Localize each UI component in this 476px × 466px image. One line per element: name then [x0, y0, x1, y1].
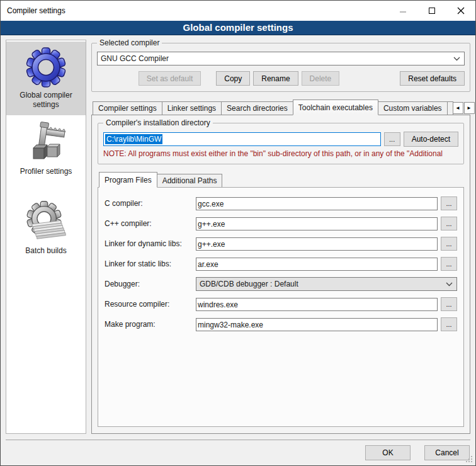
installation-directory-browse-button[interactable]: ... — [384, 132, 400, 146]
sidebar-item-profiler-settings[interactable]: Profiler settings — [6, 115, 86, 182]
dynamic-linker-label: Linker for dynamic libs: — [105, 239, 196, 248]
caliper-icon — [26, 120, 66, 164]
delete-button[interactable]: Delete — [302, 71, 340, 86]
installation-directory-value: C:\raylib\MinGW — [105, 134, 162, 144]
footer-button-row: OK Cancel — [1, 440, 475, 465]
programs-tab-strip: Program Files Additional Paths — [98, 172, 464, 187]
close-button[interactable] — [446, 1, 475, 21]
c-compiler-browse-button[interactable]: ... — [441, 196, 457, 210]
arrow-right-icon: ► — [467, 105, 472, 111]
resource-compiler-label: Resource compiler: — [105, 300, 196, 309]
c-compiler-input[interactable]: gcc.exe — [196, 197, 438, 210]
tab-search-directories[interactable]: Search directories — [221, 101, 293, 115]
bin-subdirectory-note: NOTE: All programs must exist either in … — [103, 149, 458, 158]
debugger-value: GDB/CDB debugger : Default — [200, 280, 298, 288]
selected-compiler-group-label: Selected compiler — [97, 38, 162, 47]
resource-compiler-value: windres.exe — [198, 300, 238, 309]
copy-button[interactable]: Copy — [216, 71, 250, 86]
page-title: Global compiler settings — [1, 21, 475, 35]
static-linker-label: Linker for static libs: — [105, 259, 196, 268]
installation-directory-group-label: Compiler's installation directory — [103, 118, 213, 127]
sidebar-item-label: Profiler settings — [8, 167, 84, 176]
ok-button[interactable]: OK — [365, 445, 411, 460]
static-linker-value: ar.exe — [198, 260, 218, 269]
field-row-resource-compiler: Resource compiler: windres.exe ... — [105, 297, 457, 311]
debugger-select[interactable]: GDB/CDB debugger : Default — [196, 277, 457, 291]
compiler-select[interactable]: GNU GCC Compiler — [97, 52, 465, 65]
tab-program-files[interactable]: Program Files — [99, 172, 157, 188]
chevron-down-icon — [446, 282, 453, 287]
tab-scroll-left-button[interactable]: ◄ — [453, 102, 463, 114]
installation-directory-input[interactable]: C:\raylib\MinGW — [103, 132, 381, 146]
field-row-static-linker: Linker for static libs: ar.exe ... — [105, 257, 457, 271]
compiler-settings-window: Compiler settings Global compiler settin… — [0, 0, 476, 466]
settings-sidebar: Global compiler settings — [6, 40, 86, 434]
installation-directory-row: C:\raylib\MinGW ... Auto-detect — [103, 132, 458, 147]
resource-compiler-input[interactable]: windres.exe — [196, 298, 438, 311]
tab-scroll-right-button[interactable]: ► — [464, 102, 475, 114]
field-row-debugger: Debugger: GDB/CDB debugger : Default — [105, 277, 457, 291]
field-row-dynamic-linker: Linker for dynamic libs: g++.exe ... — [105, 237, 457, 251]
make-program-label: Make program: — [105, 320, 196, 329]
sidebar-item-batch-builds[interactable]: Batch builds — [6, 196, 86, 261]
make-program-input[interactable]: mingw32-make.exe — [196, 318, 438, 331]
set-as-default-button[interactable]: Set as default — [139, 71, 201, 86]
sidebar-item-label: Batch builds — [8, 246, 84, 256]
cancel-button[interactable]: Cancel — [424, 445, 470, 460]
reset-defaults-button[interactable]: Reset defaults — [400, 71, 465, 86]
arrow-left-icon: ◄ — [455, 105, 460, 111]
window-controls — [388, 1, 475, 21]
tab-custom-variables[interactable]: Custom variables — [378, 101, 448, 115]
rename-button[interactable]: Rename — [253, 71, 298, 86]
debugger-label: Debugger: — [105, 280, 196, 288]
maximize-button[interactable] — [417, 1, 446, 21]
tab-compiler-settings[interactable]: Compiler settings — [93, 101, 162, 115]
make-program-browse-button[interactable]: ... — [441, 317, 457, 331]
field-row-cpp-compiler: C++ compiler: g++.exe ... — [105, 217, 457, 230]
dialog-body: Global compiler settings — [1, 35, 475, 440]
make-program-value: mingw32-make.exe — [198, 321, 263, 329]
dynamic-linker-browse-button[interactable]: ... — [441, 237, 457, 251]
settings-tab-strip: Compiler settings Linker settings Search… — [91, 99, 470, 115]
close-icon — [457, 7, 465, 14]
c-compiler-value: gcc.exe — [198, 200, 224, 208]
installation-directory-group: Compiler's installation directory C:\ray… — [98, 123, 464, 164]
compiler-buttons-row: Set as default Copy Rename Delete Reset … — [97, 71, 465, 86]
tab-scroll-controls: ◄ ► — [453, 102, 475, 114]
main-panel: Selected compiler GNU GCC Compiler Set a… — [91, 40, 470, 434]
field-row-c-compiler: C compiler: gcc.exe ... — [105, 196, 457, 210]
title-bar: Compiler settings — [1, 1, 475, 21]
selected-compiler-group: Selected compiler GNU GCC Compiler Set a… — [91, 43, 470, 92]
dynamic-linker-input[interactable]: g++.exe — [196, 237, 438, 251]
c-compiler-label: C compiler: — [105, 199, 196, 208]
cpp-compiler-value: g++.exe — [198, 220, 225, 229]
resource-compiler-browse-button[interactable]: ... — [441, 297, 457, 311]
dynamic-linker-value: g++.exe — [198, 240, 225, 249]
static-linker-input[interactable]: ar.exe — [196, 258, 438, 271]
compiler-select-value: GNU GCC Compiler — [101, 54, 169, 63]
program-files-panel: C compiler: gcc.exe ... C++ compiler: g+… — [98, 187, 464, 427]
gray-gear-stack-icon — [25, 201, 67, 244]
cpp-compiler-browse-button[interactable]: ... — [441, 217, 457, 230]
blue-gear-icon — [25, 47, 67, 88]
minimize-button[interactable] — [388, 1, 417, 21]
tab-additional-paths[interactable]: Additional Paths — [157, 174, 223, 187]
window-title: Compiler settings — [1, 6, 388, 15]
sidebar-item-global-compiler-settings[interactable]: Global compiler settings — [6, 42, 86, 115]
tab-linker-settings[interactable]: Linker settings — [162, 101, 222, 115]
static-linker-browse-button[interactable]: ... — [441, 257, 457, 271]
maximize-icon — [429, 8, 435, 14]
field-row-make-program: Make program: mingw32-make.exe ... — [105, 317, 457, 331]
resize-grip[interactable] — [471, 461, 472, 462]
tab-toolchain-executables[interactable]: Toolchain executables — [293, 99, 378, 115]
cpp-compiler-input[interactable]: g++.exe — [196, 217, 438, 230]
cpp-compiler-label: C++ compiler: — [105, 219, 196, 228]
sidebar-item-label: Global compiler settings — [8, 91, 84, 110]
minimize-icon — [399, 7, 407, 14]
toolchain-executables-panel: Compiler's installation directory C:\ray… — [91, 115, 470, 434]
auto-detect-button[interactable]: Auto-detect — [404, 132, 458, 147]
chevron-down-icon — [453, 57, 460, 61]
